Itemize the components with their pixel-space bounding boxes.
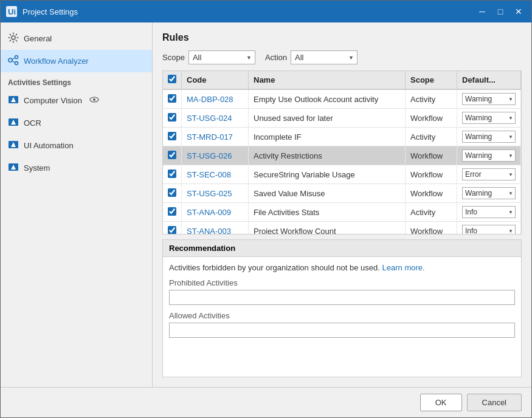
row-scope: Workflow bbox=[406, 165, 457, 184]
row-name: Empty Use Outlook Account activity bbox=[249, 89, 406, 109]
rules-table-container: Code Name Scope Default... MA-DBP-028Emp… bbox=[162, 70, 522, 235]
default-select[interactable]: WarningErrorInfo bbox=[462, 225, 516, 235]
ocr-label: OCR bbox=[24, 118, 41, 128]
bottom-bar: OK Cancel bbox=[1, 387, 531, 417]
sidebar-item-general[interactable]: General bbox=[1, 27, 152, 50]
scope-filter-group: Scope All Activity Workflow bbox=[162, 50, 255, 64]
allowed-activities-input[interactable] bbox=[169, 323, 515, 338]
sidebar-item-computer-vision[interactable]: Computer Vision bbox=[1, 89, 152, 112]
prohibited-activities-input[interactable] bbox=[169, 290, 515, 305]
svg-line-7 bbox=[12, 61, 15, 63]
row-name: SecureString Variable Usage bbox=[249, 165, 406, 184]
svg-text:Ui: Ui bbox=[8, 7, 16, 16]
action-select[interactable]: All Warning Error Info bbox=[291, 50, 358, 64]
row-name: Incomplete IF bbox=[249, 128, 406, 146]
code-link[interactable]: ST-ANA-003 bbox=[187, 227, 231, 235]
row-default: WarningErrorInfo bbox=[457, 146, 521, 165]
system-icon bbox=[8, 162, 19, 174]
row-checkbox[interactable] bbox=[168, 170, 176, 178]
row-checkbox[interactable] bbox=[168, 188, 176, 197]
row-checkbox[interactable] bbox=[168, 94, 176, 103]
table-row: ST-USG-025Saved Value MisuseWorkflowWarn… bbox=[163, 184, 521, 203]
header-checkbox-cell bbox=[163, 71, 182, 89]
action-filter-label: Action bbox=[265, 53, 287, 62]
header-default: Default... bbox=[457, 71, 521, 89]
svg-point-4 bbox=[15, 56, 18, 59]
minimize-button[interactable]: ─ bbox=[474, 4, 490, 19]
table-row: MA-DBP-028Empty Use Outlook Account acti… bbox=[163, 89, 521, 109]
learn-more-link[interactable]: Learn more. bbox=[382, 263, 425, 272]
right-panel: Rules Scope All Activity Workflow Action bbox=[153, 22, 531, 387]
project-settings-window: Ui Project Settings ─ □ ✕ General bbox=[0, 0, 532, 418]
row-checkbox[interactable] bbox=[168, 207, 176, 216]
computer-vision-label: Computer Vision bbox=[24, 96, 82, 105]
default-select[interactable]: WarningErrorInfo bbox=[462, 131, 516, 143]
general-label: General bbox=[24, 34, 52, 43]
row-name: File Activities Stats bbox=[249, 203, 406, 222]
workflow-analyzer-label: Workflow Analyzer bbox=[24, 57, 89, 66]
row-checkbox[interactable] bbox=[168, 151, 176, 159]
sidebar-item-system[interactable]: System bbox=[1, 157, 152, 179]
row-default: WarningErrorInfo bbox=[457, 222, 521, 235]
row-name: Activity Restrictions bbox=[249, 146, 406, 165]
svg-point-11 bbox=[93, 98, 95, 101]
main-content: General Workflow Analyzer Activities Set… bbox=[1, 22, 531, 387]
code-link[interactable]: ST-MRD-017 bbox=[187, 132, 233, 142]
default-select[interactable]: WarningErrorInfo bbox=[462, 187, 516, 199]
sidebar-item-ui-automation[interactable]: UI Automation bbox=[1, 134, 152, 157]
row-default: WarningErrorInfo bbox=[457, 184, 521, 203]
default-select[interactable]: WarningErrorInfo bbox=[462, 149, 516, 162]
header-name: Name bbox=[249, 71, 406, 89]
activities-settings-label: Activities Settings bbox=[1, 72, 152, 89]
code-link[interactable]: ST-ANA-009 bbox=[187, 208, 231, 217]
code-link[interactable]: ST-USG-024 bbox=[187, 114, 232, 123]
default-select[interactable]: WarningErrorInfo bbox=[462, 93, 516, 105]
window-controls: ─ □ ✕ bbox=[474, 4, 527, 19]
row-scope: Workflow bbox=[406, 222, 457, 235]
row-default: WarningErrorInfo bbox=[457, 109, 521, 128]
row-name: Saved Value Misuse bbox=[249, 184, 406, 203]
allowed-label: Allowed Activities bbox=[169, 311, 515, 320]
svg-point-2 bbox=[12, 36, 15, 39]
select-all-checkbox[interactable] bbox=[168, 75, 176, 83]
panel-title: Rules bbox=[162, 32, 522, 43]
sidebar-item-workflow-analyzer[interactable]: Workflow Analyzer bbox=[1, 50, 152, 72]
gear-icon bbox=[8, 32, 19, 45]
svg-line-6 bbox=[12, 58, 15, 60]
recommendation-body: Activities forbidden by your organizatio… bbox=[163, 257, 521, 377]
recommendation-header: Recommendation bbox=[163, 240, 521, 257]
row-checkbox[interactable] bbox=[168, 226, 176, 235]
code-link[interactable]: ST-USG-026 bbox=[187, 151, 232, 160]
row-scope: Workflow bbox=[406, 146, 457, 165]
sidebar-item-ocr[interactable]: OCR bbox=[1, 112, 152, 134]
row-checkbox[interactable] bbox=[168, 113, 176, 122]
row-checkbox[interactable] bbox=[168, 132, 176, 140]
ocr-icon bbox=[8, 117, 19, 129]
table-row: ST-MRD-017Incomplete IFActivityWarningEr… bbox=[163, 128, 521, 146]
code-link[interactable]: ST-USG-025 bbox=[187, 189, 232, 198]
ui-automation-label: UI Automation bbox=[24, 141, 74, 150]
cancel-button[interactable]: Cancel bbox=[467, 394, 522, 411]
system-label: System bbox=[24, 163, 50, 173]
code-link[interactable]: ST-SEC-008 bbox=[187, 170, 231, 179]
scope-select[interactable]: All Activity Workflow bbox=[188, 50, 255, 64]
action-filter-group: Action All Warning Error Info bbox=[265, 50, 358, 64]
scope-select-wrapper[interactable]: All Activity Workflow bbox=[188, 50, 255, 64]
default-select[interactable]: WarningErrorInfo bbox=[462, 206, 516, 218]
recommendation-text: Activities forbidden by your organizatio… bbox=[169, 263, 515, 272]
ok-button[interactable]: OK bbox=[420, 394, 462, 411]
row-default: WarningErrorInfo bbox=[457, 203, 521, 222]
maximize-button[interactable]: □ bbox=[492, 4, 508, 19]
computer-vision-icon bbox=[8, 94, 19, 107]
row-scope: Activity bbox=[406, 203, 457, 222]
table-row: ST-USG-026Activity RestrictionsWorkflowW… bbox=[163, 146, 521, 165]
action-select-wrapper[interactable]: All Warning Error Info bbox=[291, 50, 358, 64]
filters-row: Scope All Activity Workflow Action All bbox=[162, 50, 522, 64]
default-select[interactable]: WarningErrorInfo bbox=[462, 168, 516, 180]
code-link[interactable]: MA-DBP-028 bbox=[187, 95, 233, 104]
row-default: WarningErrorInfo bbox=[457, 89, 521, 109]
close-button[interactable]: ✕ bbox=[511, 4, 527, 19]
default-select[interactable]: WarningErrorInfo bbox=[462, 112, 516, 124]
row-scope: Activity bbox=[406, 89, 457, 109]
table-row: ST-USG-024Unused saved for laterWorkflow… bbox=[163, 109, 521, 128]
